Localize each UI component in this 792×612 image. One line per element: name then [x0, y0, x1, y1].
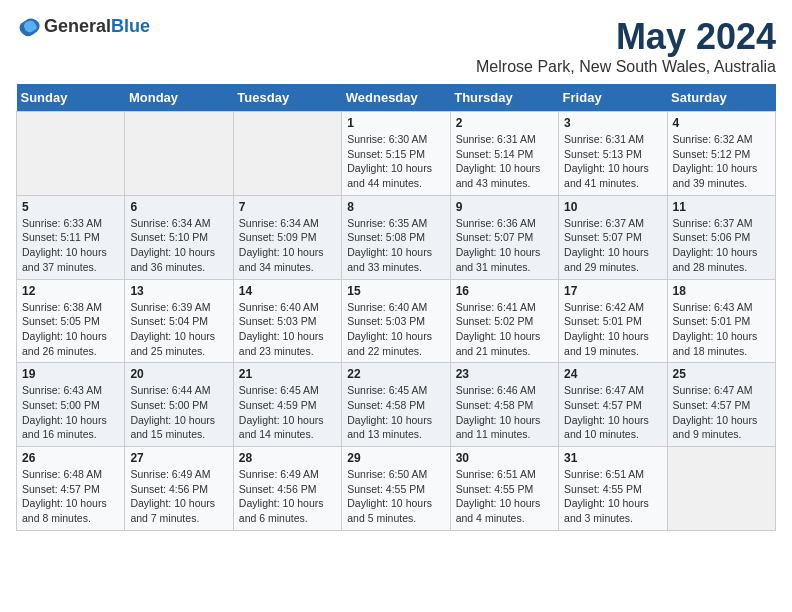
day-detail: Sunrise: 6:33 AMSunset: 5:11 PMDaylight:… [22, 216, 119, 275]
day-number: 11 [673, 200, 770, 214]
calendar-cell: 30Sunrise: 6:51 AMSunset: 4:55 PMDayligh… [450, 447, 558, 531]
calendar-header-row: SundayMondayTuesdayWednesdayThursdayFrid… [17, 84, 776, 112]
main-title: May 2024 [476, 16, 776, 58]
calendar-cell: 18Sunrise: 6:43 AMSunset: 5:01 PMDayligh… [667, 279, 775, 363]
calendar-cell: 24Sunrise: 6:47 AMSunset: 4:57 PMDayligh… [559, 363, 667, 447]
calendar-cell: 6Sunrise: 6:34 AMSunset: 5:10 PMDaylight… [125, 195, 233, 279]
day-detail: Sunrise: 6:47 AMSunset: 4:57 PMDaylight:… [673, 383, 770, 442]
day-detail: Sunrise: 6:46 AMSunset: 4:58 PMDaylight:… [456, 383, 553, 442]
day-number: 19 [22, 367, 119, 381]
calendar-cell: 4Sunrise: 6:32 AMSunset: 5:12 PMDaylight… [667, 112, 775, 196]
day-number: 9 [456, 200, 553, 214]
calendar-cell: 31Sunrise: 6:51 AMSunset: 4:55 PMDayligh… [559, 447, 667, 531]
calendar-week-row: 26Sunrise: 6:48 AMSunset: 4:57 PMDayligh… [17, 447, 776, 531]
day-number: 30 [456, 451, 553, 465]
day-number: 24 [564, 367, 661, 381]
day-number: 31 [564, 451, 661, 465]
day-number: 23 [456, 367, 553, 381]
day-detail: Sunrise: 6:42 AMSunset: 5:01 PMDaylight:… [564, 300, 661, 359]
day-detail: Sunrise: 6:49 AMSunset: 4:56 PMDaylight:… [239, 467, 336, 526]
calendar-week-row: 1Sunrise: 6:30 AMSunset: 5:15 PMDaylight… [17, 112, 776, 196]
day-header-friday: Friday [559, 84, 667, 112]
day-number: 15 [347, 284, 444, 298]
day-number: 12 [22, 284, 119, 298]
day-detail: Sunrise: 6:43 AMSunset: 5:00 PMDaylight:… [22, 383, 119, 442]
calendar-body: 1Sunrise: 6:30 AMSunset: 5:15 PMDaylight… [17, 112, 776, 531]
day-header-tuesday: Tuesday [233, 84, 341, 112]
day-header-sunday: Sunday [17, 84, 125, 112]
day-header-saturday: Saturday [667, 84, 775, 112]
calendar-cell: 1Sunrise: 6:30 AMSunset: 5:15 PMDaylight… [342, 112, 450, 196]
day-detail: Sunrise: 6:31 AMSunset: 5:14 PMDaylight:… [456, 132, 553, 191]
logo-blue: Blue [111, 16, 150, 36]
calendar-cell: 16Sunrise: 6:41 AMSunset: 5:02 PMDayligh… [450, 279, 558, 363]
day-number: 18 [673, 284, 770, 298]
calendar-cell: 20Sunrise: 6:44 AMSunset: 5:00 PMDayligh… [125, 363, 233, 447]
calendar-cell: 8Sunrise: 6:35 AMSunset: 5:08 PMDaylight… [342, 195, 450, 279]
calendar-cell [233, 112, 341, 196]
calendar-cell: 17Sunrise: 6:42 AMSunset: 5:01 PMDayligh… [559, 279, 667, 363]
day-number: 2 [456, 116, 553, 130]
day-number: 16 [456, 284, 553, 298]
day-number: 10 [564, 200, 661, 214]
day-detail: Sunrise: 6:31 AMSunset: 5:13 PMDaylight:… [564, 132, 661, 191]
day-detail: Sunrise: 6:45 AMSunset: 4:58 PMDaylight:… [347, 383, 444, 442]
day-detail: Sunrise: 6:30 AMSunset: 5:15 PMDaylight:… [347, 132, 444, 191]
day-detail: Sunrise: 6:51 AMSunset: 4:55 PMDaylight:… [456, 467, 553, 526]
day-detail: Sunrise: 6:32 AMSunset: 5:12 PMDaylight:… [673, 132, 770, 191]
logo: GeneralBlue [16, 16, 150, 37]
calendar-cell [667, 447, 775, 531]
calendar-cell: 9Sunrise: 6:36 AMSunset: 5:07 PMDaylight… [450, 195, 558, 279]
day-number: 17 [564, 284, 661, 298]
calendar-cell: 3Sunrise: 6:31 AMSunset: 5:13 PMDaylight… [559, 112, 667, 196]
calendar-week-row: 5Sunrise: 6:33 AMSunset: 5:11 PMDaylight… [17, 195, 776, 279]
calendar-cell: 27Sunrise: 6:49 AMSunset: 4:56 PMDayligh… [125, 447, 233, 531]
day-number: 4 [673, 116, 770, 130]
day-detail: Sunrise: 6:45 AMSunset: 4:59 PMDaylight:… [239, 383, 336, 442]
day-detail: Sunrise: 6:41 AMSunset: 5:02 PMDaylight:… [456, 300, 553, 359]
day-number: 5 [22, 200, 119, 214]
day-number: 21 [239, 367, 336, 381]
day-number: 27 [130, 451, 227, 465]
day-number: 20 [130, 367, 227, 381]
calendar-cell: 26Sunrise: 6:48 AMSunset: 4:57 PMDayligh… [17, 447, 125, 531]
day-detail: Sunrise: 6:37 AMSunset: 5:07 PMDaylight:… [564, 216, 661, 275]
day-detail: Sunrise: 6:40 AMSunset: 5:03 PMDaylight:… [347, 300, 444, 359]
calendar-cell: 7Sunrise: 6:34 AMSunset: 5:09 PMDaylight… [233, 195, 341, 279]
calendar-cell: 13Sunrise: 6:39 AMSunset: 5:04 PMDayligh… [125, 279, 233, 363]
calendar-cell: 29Sunrise: 6:50 AMSunset: 4:55 PMDayligh… [342, 447, 450, 531]
logo-icon [16, 17, 40, 37]
day-header-wednesday: Wednesday [342, 84, 450, 112]
subtitle: Melrose Park, New South Wales, Australia [476, 58, 776, 76]
day-detail: Sunrise: 6:47 AMSunset: 4:57 PMDaylight:… [564, 383, 661, 442]
header: GeneralBlue May 2024 Melrose Park, New S… [16, 16, 776, 76]
day-number: 7 [239, 200, 336, 214]
day-detail: Sunrise: 6:39 AMSunset: 5:04 PMDaylight:… [130, 300, 227, 359]
day-detail: Sunrise: 6:50 AMSunset: 4:55 PMDaylight:… [347, 467, 444, 526]
calendar-cell: 28Sunrise: 6:49 AMSunset: 4:56 PMDayligh… [233, 447, 341, 531]
calendar-cell: 15Sunrise: 6:40 AMSunset: 5:03 PMDayligh… [342, 279, 450, 363]
calendar-cell: 25Sunrise: 6:47 AMSunset: 4:57 PMDayligh… [667, 363, 775, 447]
day-number: 26 [22, 451, 119, 465]
calendar-cell: 2Sunrise: 6:31 AMSunset: 5:14 PMDaylight… [450, 112, 558, 196]
day-detail: Sunrise: 6:44 AMSunset: 5:00 PMDaylight:… [130, 383, 227, 442]
day-detail: Sunrise: 6:38 AMSunset: 5:05 PMDaylight:… [22, 300, 119, 359]
day-detail: Sunrise: 6:34 AMSunset: 5:10 PMDaylight:… [130, 216, 227, 275]
day-detail: Sunrise: 6:51 AMSunset: 4:55 PMDaylight:… [564, 467, 661, 526]
calendar-cell: 10Sunrise: 6:37 AMSunset: 5:07 PMDayligh… [559, 195, 667, 279]
day-number: 14 [239, 284, 336, 298]
day-number: 13 [130, 284, 227, 298]
day-number: 28 [239, 451, 336, 465]
day-detail: Sunrise: 6:43 AMSunset: 5:01 PMDaylight:… [673, 300, 770, 359]
calendar-cell: 19Sunrise: 6:43 AMSunset: 5:00 PMDayligh… [17, 363, 125, 447]
calendar-cell [17, 112, 125, 196]
logo-text: GeneralBlue [44, 16, 150, 37]
calendar-cell: 14Sunrise: 6:40 AMSunset: 5:03 PMDayligh… [233, 279, 341, 363]
day-detail: Sunrise: 6:48 AMSunset: 4:57 PMDaylight:… [22, 467, 119, 526]
calendar-cell: 11Sunrise: 6:37 AMSunset: 5:06 PMDayligh… [667, 195, 775, 279]
calendar-cell: 23Sunrise: 6:46 AMSunset: 4:58 PMDayligh… [450, 363, 558, 447]
day-header-thursday: Thursday [450, 84, 558, 112]
logo-general: General [44, 16, 111, 36]
day-detail: Sunrise: 6:36 AMSunset: 5:07 PMDaylight:… [456, 216, 553, 275]
day-number: 6 [130, 200, 227, 214]
